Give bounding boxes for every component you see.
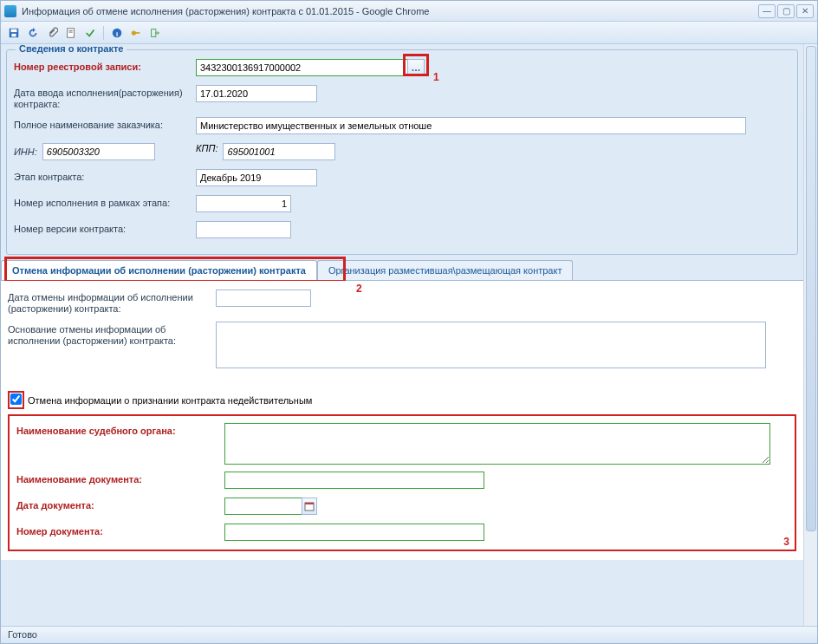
court-section: Наименование судебного органа: Наименова… [8,414,796,551]
svg-rect-2 [11,33,16,36]
toolbar-separator [103,26,104,40]
svg-rect-9 [135,32,140,34]
document-icon[interactable] [63,25,79,41]
doc-date-label: Дата документа: [16,498,224,511]
svg-text:i: i [116,29,118,37]
fieldset-title: Сведения о контракте [16,44,127,54]
refresh-icon[interactable] [25,25,41,41]
cancel-date-label: Дата отмены информации об исполнении (ра… [8,289,216,315]
tab-organization[interactable]: Организация разместившая\размещающая кон… [317,260,574,280]
marker-3: 3 [783,536,789,548]
contract-info-fieldset: Сведения о контракте Номер реестровой за… [6,49,798,255]
doc-name-input[interactable] [224,472,484,489]
tab-body: 2 Дата отмены информации об исполнении (… [1,281,803,560]
registry-number-label: Номер реестровой записи: [14,59,196,73]
invalid-contract-checkbox[interactable] [10,394,22,405]
attach-icon[interactable] [44,25,60,41]
app-window: Информация об отмене исполнения (расторж… [0,0,818,644]
kpp-label: КПП: [196,143,217,153]
info-icon[interactable]: i [109,25,125,41]
maximize-button[interactable]: ▢ [777,4,795,18]
app-icon [4,5,16,17]
key-icon[interactable] [128,25,144,41]
version-input[interactable] [196,221,291,238]
invalid-contract-row: Отмена информации о признании контракта … [8,391,796,409]
action-icon[interactable] [82,25,98,41]
doc-date-input[interactable] [224,498,302,515]
customer-input[interactable] [196,117,746,134]
tab-strip: Отмена информации об исполнении (расторж… [1,260,803,281]
cancel-basis-textarea[interactable] [216,322,766,368]
stage-label: Этап контракта: [14,169,196,183]
highlight-checkbox [8,391,24,409]
court-name-label: Наименование судебного органа: [16,423,224,437]
vertical-scrollbar[interactable] [803,44,817,626]
cancel-basis-label: Основание отмены информации об исполнени… [8,322,216,347]
kpp-input[interactable] [223,143,335,160]
calendar-icon[interactable] [302,498,317,515]
registry-number-input[interactable] [196,59,408,76]
doc-num-label: Номер документа: [16,524,224,537]
exec-num-input[interactable] [196,195,291,212]
toolbar: i [1,22,817,44]
close-button[interactable]: ✕ [796,4,814,18]
marker-1: 1 [433,71,439,83]
marker-2: 2 [356,283,362,295]
content-area: Сведения о контракте Номер реестровой за… [1,44,803,626]
svg-rect-12 [305,503,314,504]
doc-name-label: Наименование документа: [16,472,224,485]
svg-rect-3 [68,28,75,37]
input-date-label: Дата ввода исполнения(расторжения) контр… [14,85,196,110]
court-name-textarea[interactable] [224,423,770,465]
inn-label: ИНН: [14,146,37,157]
inn-input[interactable] [42,143,155,160]
doc-num-input[interactable] [224,524,484,541]
exit-icon[interactable] [147,25,163,41]
titlebar: Информация об отмене исполнения (расторж… [1,1,817,22]
cancel-date-input[interactable] [216,289,311,307]
version-label: Номер версии контракта: [14,221,196,235]
svg-rect-1 [11,29,17,32]
input-date-field[interactable] [196,85,317,102]
save-icon[interactable] [6,25,22,41]
tab-cancel-info[interactable]: Отмена информации об исполнении (расторж… [1,260,317,280]
scrollbar-thumb[interactable] [806,46,816,531]
status-text: Готово [8,629,37,640]
exec-num-label: Номер исполнения в рамках этапа: [14,195,196,209]
highlight-box-1 [403,54,429,76]
minimize-button[interactable]: — [758,4,776,18]
window-title: Информация об отмене исполнения (расторж… [22,6,758,16]
status-bar: Готово [1,626,817,643]
invalid-contract-label: Отмена информации о признании контракта … [28,395,312,406]
stage-input[interactable] [196,169,317,186]
customer-label: Полное наименование заказчика: [14,117,196,131]
